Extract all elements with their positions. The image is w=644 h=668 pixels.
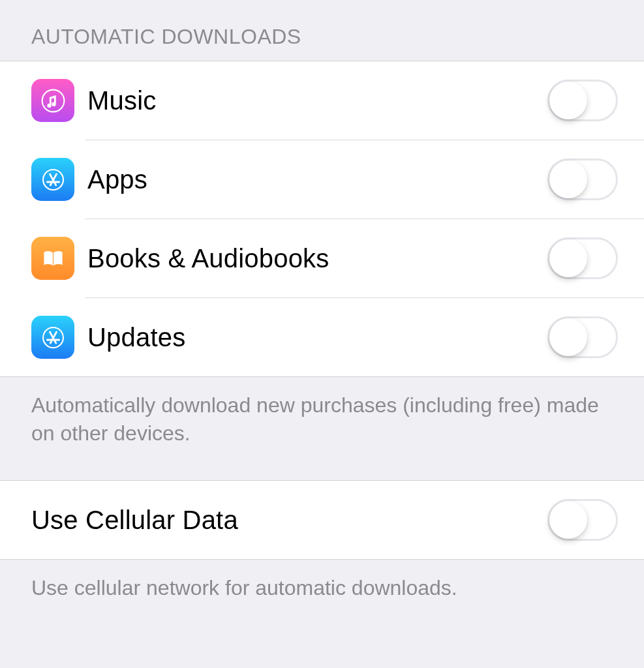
toggle-apps[interactable]: [547, 159, 618, 200]
app-store-updates-icon: [31, 316, 74, 359]
section-header-automatic-downloads: Automatic Downloads: [0, 0, 644, 61]
row-cellular-label: Use Cellular Data: [31, 506, 547, 535]
itunes-music-icon: [31, 79, 74, 122]
row-apps-label: Apps: [87, 165, 547, 194]
toggle-knob: [549, 501, 587, 539]
toggle-knob: [549, 318, 587, 356]
section-footer-automatic-downloads: Automatically download new purchases (in…: [0, 377, 644, 480]
row-updates: Updates: [0, 298, 644, 376]
row-cellular-data: Use Cellular Data: [0, 481, 644, 559]
section-footer-cellular: Use cellular network for automatic downl…: [0, 560, 644, 619]
toggle-knob: [549, 239, 587, 277]
row-updates-label: Updates: [87, 323, 547, 352]
toggle-knob: [549, 160, 587, 198]
row-apps: Apps: [0, 140, 644, 219]
svg-point-0: [42, 89, 64, 112]
ibooks-icon: [31, 237, 74, 280]
automatic-downloads-group: Music Apps: [0, 61, 644, 377]
app-store-icon: [31, 158, 74, 201]
toggle-cellular-data[interactable]: [547, 499, 618, 541]
toggle-knob: [549, 82, 587, 119]
toggle-books[interactable]: [547, 237, 618, 279]
row-music: Music: [0, 61, 644, 140]
toggle-music[interactable]: [547, 80, 618, 121]
toggle-updates[interactable]: [547, 316, 618, 358]
row-books: Books & Audiobooks: [0, 219, 644, 297]
cellular-data-group: Use Cellular Data: [0, 480, 644, 560]
row-music-label: Music: [87, 86, 547, 115]
row-books-label: Books & Audiobooks: [87, 244, 547, 273]
